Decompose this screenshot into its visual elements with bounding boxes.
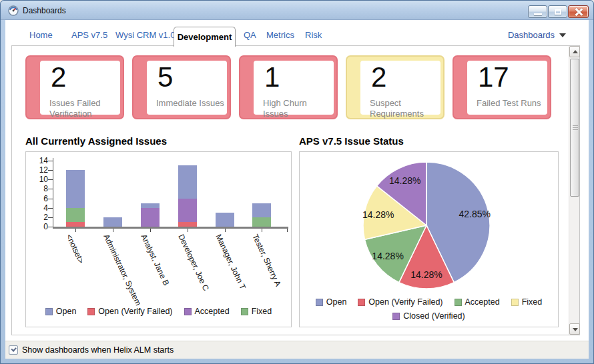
x-axis-category-label: Administrator, System [101, 233, 143, 307]
bar-segment-manager-john-t-open [216, 213, 234, 227]
y-axis-tick [48, 189, 53, 189]
legend-item-open-verify-failed: Open (Verify Failed) [358, 297, 442, 307]
scroll-up-button[interactable] [569, 46, 580, 57]
checkmark-icon [11, 346, 16, 351]
legend-swatch-icon [511, 299, 519, 306]
minimize-icon [534, 13, 542, 15]
legend-item-fixed: Fixed [511, 297, 543, 307]
y-axis-tick-label: 12 [31, 165, 48, 175]
scroll-thumb[interactable] [570, 59, 579, 197]
x-axis-line [53, 227, 288, 229]
bar-segment-analyst-jane-b-open [141, 203, 160, 208]
y-axis-tick-label: 8 [31, 184, 48, 193]
x-axis-category-label: <notset> [64, 233, 85, 265]
tab-home[interactable]: Home [29, 30, 53, 40]
legend-item-fixed: Fixed [241, 307, 272, 316]
close-button[interactable] [568, 5, 589, 18]
pie-percent-label: 14.28% [410, 269, 442, 280]
tab-metrics[interactable]: Metrics [266, 30, 294, 40]
show-dashboards-checkbox[interactable] [9, 345, 18, 355]
tab-wysi-crm-v1-0[interactable]: Wysi CRM v1.0 [115, 30, 175, 40]
y-axis-tick-label: 14 [31, 156, 48, 165]
legend-swatch-icon [45, 308, 53, 315]
legend-swatch-icon [241, 308, 248, 315]
x-axis-tick [188, 229, 188, 232]
kpi-card-body: 17Failed Test Runs [467, 61, 547, 115]
kpi-card-body: 2Issues Failed Verification [40, 61, 120, 115]
y-axis-tick [48, 227, 53, 227]
legend-label: Closed (Verified) [403, 311, 465, 321]
minimize-button[interactable] [528, 5, 547, 18]
tab-qa[interactable]: QA [244, 30, 256, 40]
x-axis-end-tick [287, 229, 288, 232]
legend-label: Fixed [522, 297, 543, 307]
kpi-card-immediate-issues[interactable]: 5Immediate Issues [132, 55, 231, 119]
bar-chart-panel: 02468101214<notset>Administrator, System… [25, 151, 292, 327]
y-axis-line [53, 158, 53, 227]
tab-bar: HomeAPS v7.5Wysi CRM v1.0DevelopmentQAMe… [5, 20, 589, 46]
tab-development[interactable]: Development [174, 27, 236, 47]
x-axis-tick [225, 229, 226, 232]
x-axis-tick [262, 229, 262, 232]
legend-swatch-icon [358, 299, 365, 306]
gauge-icon [8, 5, 19, 16]
pie-chart-svg: 42.85%14.28%14.28%14.28%14.28% [300, 152, 558, 295]
thumb-grip-icon [573, 125, 578, 131]
legend-label: Open [56, 307, 77, 316]
legend-item-accepted: Accepted [184, 307, 230, 316]
maximize-icon [555, 9, 561, 15]
legend-item-open: Open [316, 297, 347, 307]
pie-percent-label: 14.28% [362, 209, 394, 220]
legend-label: Open (Verify Failed) [368, 297, 442, 307]
tab-aps-v7-5[interactable]: APS v7.5 [71, 30, 107, 40]
kpi-card-body: 2Suspect Requirements [360, 61, 440, 115]
y-axis-tick [48, 199, 53, 199]
vertical-scrollbar[interactable] [569, 46, 579, 335]
pie-percent-label: 14.28% [372, 251, 403, 261]
dashboards-menu-button[interactable]: Dashboards [508, 30, 566, 40]
close-icon [575, 8, 583, 16]
y-axis-tick [48, 208, 53, 209]
kpi-label: Failed Test Runs [477, 98, 547, 109]
dashboards-menu-label: Dashboards [508, 30, 555, 40]
legend-item-open: Open [45, 307, 77, 316]
legend-item-accepted: Accepted [455, 297, 500, 307]
chart-legend: Closed (Verified) [300, 311, 558, 321]
kpi-card-high-churn-issues[interactable]: 1High Churn Issues [239, 55, 338, 119]
kpi-value: 1 [264, 61, 280, 94]
tab-risk[interactable]: Risk [305, 30, 322, 40]
bar-segment-notset-open-verify-failed [66, 222, 85, 227]
caption-buttons [528, 5, 589, 18]
legend-item-closed-verified: Closed (Verified) [392, 311, 465, 321]
legend-item-open-verify-failed: Open (Verify Failed) [87, 307, 172, 316]
footer-checkbox-label: Show dashboards when Helix ALM starts [22, 345, 174, 355]
kpi-card-failed-test-runs[interactable]: 17Failed Test Runs [453, 55, 551, 119]
kpi-label: Immediate Issues [156, 98, 227, 109]
y-axis-tick-label: 6 [31, 194, 48, 203]
pie-percent-label: 42.85% [459, 209, 490, 219]
maximize-button[interactable] [548, 5, 567, 18]
y-axis-tick-label: 4 [31, 203, 48, 213]
chevron-down-icon [559, 33, 566, 37]
kpi-value: 5 [158, 61, 173, 94]
bar-segment-notset-open [66, 170, 85, 208]
bar-segment-developer-joe-c-accepted [178, 199, 197, 222]
footer-bar: Show dashboards when Helix ALM starts [5, 341, 589, 359]
scroll-down-button[interactable] [569, 323, 580, 335]
bar-segment-tester-sherry-a-fixed [252, 217, 271, 227]
pie-percent-label: 14.28% [389, 175, 420, 186]
y-axis-tick [48, 170, 53, 171]
x-axis-tick [150, 229, 151, 232]
y-axis-tick [48, 179, 53, 180]
kpi-card-body: 1High Churn Issues [254, 61, 334, 115]
kpi-card-suspect-requirements[interactable]: 2Suspect Requirements [346, 55, 444, 119]
bar-segment-developer-joe-c-open [178, 165, 197, 198]
arrow-down-icon [573, 328, 578, 331]
y-axis-tick [48, 217, 53, 218]
titlebar: Dashboards [1, 1, 593, 20]
kpi-label: Suspect Requirements [370, 98, 440, 120]
window-title: Dashboards [23, 6, 66, 15]
kpi-label: Issues Failed Verification [49, 98, 120, 120]
kpi-card-issues-failed-verification[interactable]: 2Issues Failed Verification [25, 55, 124, 119]
bar-segment-analyst-jane-b-accepted [141, 208, 160, 227]
